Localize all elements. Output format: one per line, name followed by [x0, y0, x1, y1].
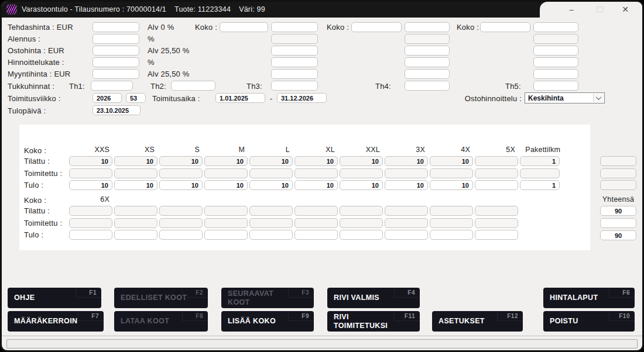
grid-cell[interactable] [204, 168, 248, 178]
grid-cell[interactable] [69, 168, 112, 178]
koko-input-1[interactable] [220, 22, 268, 32]
grid-cell[interactable] [249, 180, 293, 190]
lisaa-koko-button[interactable]: LISÄÄ KOKOF9 [221, 311, 314, 332]
hintalaput-button[interactable]: HINTALAPUTF6 [543, 288, 635, 308]
grid-cell[interactable] [430, 206, 473, 216]
grid-cell[interactable] [249, 218, 293, 228]
rivi-toimitetuksi-button[interactable]: RIVI TOIMITETUKSIF11 [327, 311, 420, 332]
toimitusviikko-year-input[interactable] [93, 93, 122, 103]
grid-cell[interactable] [385, 180, 428, 190]
grid-cell[interactable] [159, 180, 203, 190]
grid-cell[interactable] [294, 180, 338, 190]
toimitusviikko-week-input[interactable] [126, 93, 146, 103]
koko-col2-box[interactable] [405, 69, 450, 79]
grid-cell[interactable] [114, 218, 157, 228]
grid-cell[interactable] [520, 180, 560, 190]
koko-col1-box[interactable] [271, 22, 318, 32]
grid-cell[interactable] [69, 180, 112, 190]
poistu-button[interactable]: POISTUF10 [543, 311, 635, 332]
grid-cell[interactable] [204, 230, 248, 240]
th1-input[interactable] [91, 81, 133, 91]
grid-cell[interactable] [520, 156, 560, 166]
grid-cell[interactable] [430, 168, 473, 178]
grid-cell[interactable] [430, 180, 473, 190]
grid-cell[interactable] [385, 218, 428, 228]
koko-col3-box[interactable] [533, 57, 578, 67]
grid-cell[interactable] [385, 230, 428, 240]
koko-col3-box[interactable] [533, 69, 578, 79]
grid-cell[interactable] [475, 168, 518, 178]
th4-input[interactable] [405, 81, 450, 91]
chevron-down-icon[interactable] [593, 94, 604, 102]
koko-col2-box[interactable] [405, 57, 450, 67]
grid-cell[interactable] [340, 180, 383, 190]
grid-cell[interactable] [204, 206, 248, 216]
grid-cell[interactable] [249, 168, 293, 178]
grid-cell[interactable] [204, 156, 248, 166]
grid-cell[interactable] [340, 156, 383, 166]
grid-cell[interactable] [430, 230, 473, 240]
toimitusaika-to-input[interactable] [277, 93, 327, 103]
koko-col2-box[interactable] [405, 46, 450, 56]
koko-col1-box[interactable] [271, 46, 318, 56]
grid-cell[interactable] [114, 156, 157, 166]
koko-col3-box[interactable] [533, 22, 578, 32]
grid-cell[interactable] [69, 230, 112, 240]
koko-input-2[interactable] [351, 22, 402, 32]
grid-cell[interactable] [475, 230, 518, 240]
pricing-input[interactable] [93, 69, 139, 79]
koko-col3-box[interactable] [533, 46, 578, 56]
grid-cell[interactable] [475, 206, 518, 216]
grid-cell[interactable] [340, 168, 383, 178]
grid-cell[interactable] [294, 218, 338, 228]
minimize-icon[interactable]: – [561, 2, 582, 17]
grid-cell[interactable] [294, 156, 338, 166]
close-icon[interactable]: ✕ [615, 2, 636, 17]
grid-cell[interactable] [114, 206, 157, 216]
grid-cell[interactable] [159, 206, 203, 216]
grid-cell[interactable] [249, 206, 293, 216]
grid-cell[interactable] [204, 218, 248, 228]
grid-cell[interactable] [385, 168, 428, 178]
grid-cell[interactable] [475, 156, 518, 166]
grid-cell[interactable] [114, 168, 157, 178]
th3-input[interactable] [271, 81, 318, 91]
grid-cell[interactable] [475, 218, 518, 228]
grid-cell[interactable] [69, 206, 112, 216]
grid-cell[interactable] [340, 230, 383, 240]
koko-col1-box[interactable] [271, 69, 318, 79]
grid-cell[interactable] [69, 218, 112, 228]
grid-cell[interactable] [159, 218, 203, 228]
grid-cell[interactable] [520, 168, 560, 178]
grid-cell[interactable] [294, 206, 338, 216]
grid-cell[interactable] [294, 230, 338, 240]
grid-cell[interactable] [475, 180, 518, 190]
tulopaiva-input[interactable] [93, 105, 141, 115]
maarakerroin-button[interactable]: MÄÄRÄKERROINF7 [8, 311, 104, 332]
grid-cell[interactable] [340, 218, 383, 228]
grid-cell[interactable] [114, 230, 157, 240]
th5-input[interactable] [533, 81, 578, 91]
grid-cell[interactable] [69, 156, 112, 166]
grid-cell[interactable] [159, 156, 203, 166]
pricing-input[interactable] [93, 34, 139, 44]
grid-cell[interactable] [249, 156, 293, 166]
th2-input[interactable] [171, 81, 215, 91]
grid-cell[interactable] [385, 156, 428, 166]
grid-cell[interactable] [159, 168, 203, 178]
ostohinnoittelu-select[interactable]: Keskihinta [525, 92, 605, 103]
ohje-button[interactable]: OHJEF1 [8, 288, 101, 308]
pricing-input[interactable] [93, 57, 139, 67]
rivi-valmis-button[interactable]: RIVI VALMISF4 [327, 288, 420, 308]
asetukset-button[interactable]: ASETUKSETF12 [432, 311, 523, 332]
grid-cell[interactable] [430, 218, 473, 228]
grid-cell[interactable] [385, 206, 428, 216]
grid-cell[interactable] [204, 180, 248, 190]
grid-cell[interactable] [340, 206, 383, 216]
toimitusaika-from-input[interactable] [215, 93, 265, 103]
grid-cell[interactable] [249, 230, 293, 240]
koko-col2-box[interactable] [405, 22, 450, 32]
grid-cell[interactable] [430, 156, 473, 166]
koko-col1-box[interactable] [271, 57, 318, 67]
grid-cell[interactable] [114, 180, 157, 190]
